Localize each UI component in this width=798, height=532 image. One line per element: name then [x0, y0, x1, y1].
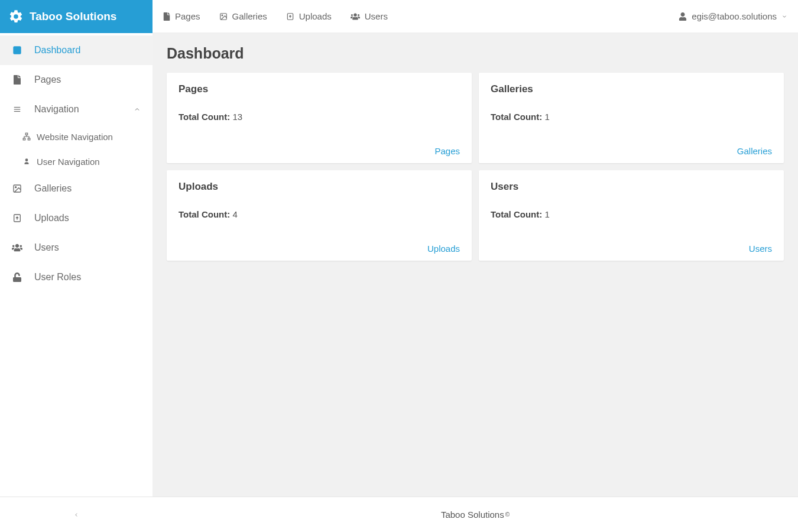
sidebar-subitem-label: Website Navigation	[37, 132, 113, 142]
file-icon	[12, 75, 22, 85]
count-value: 1	[544, 112, 549, 122]
sitemap-icon	[22, 132, 31, 141]
topnav-item-label: Users	[365, 11, 388, 21]
sidebar-item-label: Galleries	[34, 183, 72, 194]
count-value: 13	[232, 112, 242, 122]
card-title: Galleries	[491, 83, 772, 95]
gears-icon	[8, 9, 24, 24]
sidebar-item-label: Navigation	[34, 104, 79, 115]
cards-grid: Pages Total Count: 13 Pages Galleries To…	[167, 73, 784, 261]
sidebar-subitem-website-navigation[interactable]: Website Navigation	[22, 124, 153, 149]
image-icon	[219, 12, 228, 21]
count-label: Total Count:	[491, 112, 544, 122]
chevron-down-icon	[781, 14, 787, 20]
bars-icon	[12, 105, 22, 113]
content: Dashboard Pages Total Count: 13 Pages Ga…	[153, 33, 798, 532]
topnav-item-pages[interactable]: Pages	[163, 11, 200, 21]
user-email: egis@taboo.solutions	[692, 11, 777, 21]
sidebar-item-pages[interactable]: Pages	[0, 65, 153, 95]
count-label: Total Count:	[179, 112, 232, 122]
topnav-item-label: Galleries	[232, 11, 267, 21]
card-body: Total Count: 1	[491, 112, 772, 146]
footer-text: Taboo Solutions	[441, 510, 504, 520]
topnav-item-galleries[interactable]: Galleries	[219, 11, 267, 21]
sidebar: Taboo Solutions Dashboard Pages Navigati…	[0, 0, 153, 532]
topnav: Pages Galleries Uploads Users	[163, 11, 388, 21]
card-title: Pages	[179, 83, 460, 95]
card-uploads: Uploads Total Count: 4 Uploads	[167, 170, 472, 261]
svg-point-7	[25, 158, 28, 161]
sidebar-collapse-button[interactable]	[0, 497, 153, 532]
brand[interactable]: Taboo Solutions	[0, 0, 153, 33]
card-title: Users	[491, 181, 772, 193]
sidebar-subitem-user-navigation[interactable]: User Navigation	[22, 149, 153, 174]
card-users: Users Total Count: 1 Users	[479, 170, 784, 261]
brand-name: Taboo Solutions	[30, 10, 116, 23]
sidebar-item-label: Users	[34, 242, 59, 253]
card-link-users[interactable]: Users	[749, 244, 772, 254]
topbar: Pages Galleries Uploads Users egis@taboo…	[153, 0, 798, 33]
svg-rect-4	[25, 133, 28, 135]
sidebar-item-label: Dashboard	[34, 45, 80, 56]
card-link-pages[interactable]: Pages	[434, 146, 460, 156]
topnav-item-label: Pages	[175, 11, 200, 21]
user-icon	[679, 12, 687, 21]
sidebar-item-uploads[interactable]: Uploads	[0, 203, 153, 233]
svg-rect-5	[23, 138, 25, 140]
card-title: Uploads	[179, 181, 460, 193]
svg-point-9	[15, 187, 17, 188]
sidebar-item-galleries[interactable]: Galleries	[0, 174, 153, 203]
count-label: Total Count:	[179, 209, 232, 219]
sidebar-item-label: Uploads	[34, 213, 69, 223]
chevron-up-icon	[134, 106, 141, 113]
footer-symbol: ©	[505, 511, 510, 518]
user-menu[interactable]: egis@taboo.solutions	[679, 11, 787, 21]
chevron-left-icon	[73, 511, 79, 519]
card-link-galleries[interactable]: Galleries	[737, 146, 772, 156]
sidebar-item-user-roles[interactable]: User Roles	[0, 262, 153, 292]
svg-point-12	[222, 15, 223, 16]
upload-icon	[12, 213, 22, 223]
topnav-item-uploads[interactable]: Uploads	[286, 11, 332, 21]
sidebar-nav: Dashboard Pages Navigation	[0, 33, 153, 292]
dashboard-icon	[12, 46, 22, 55]
main: Pages Galleries Uploads Users egis@taboo…	[153, 0, 798, 532]
image-icon	[12, 184, 22, 193]
card-body: Total Count: 1	[491, 209, 772, 244]
topnav-item-users[interactable]: Users	[351, 11, 388, 21]
sidebar-subitem-label: User Navigation	[37, 157, 100, 167]
sidebar-item-navigation[interactable]: Navigation	[0, 95, 153, 124]
card-link-uploads[interactable]: Uploads	[427, 244, 460, 254]
count-value: 1	[544, 209, 549, 219]
users-icon	[351, 12, 360, 21]
sidebar-subnav-navigation: Website Navigation User Navigation	[0, 124, 153, 174]
topnav-item-label: Uploads	[299, 11, 332, 21]
page-title: Dashboard	[167, 45, 784, 62]
svg-rect-6	[28, 138, 30, 140]
card-pages: Pages Total Count: 13 Pages	[167, 73, 472, 163]
count-value: 4	[232, 209, 237, 219]
card-body: Total Count: 4	[179, 209, 460, 244]
sidebar-item-users[interactable]: Users	[0, 233, 153, 262]
users-icon	[12, 243, 22, 252]
upload-icon	[286, 12, 294, 21]
sidebar-item-label: User Roles	[34, 272, 81, 283]
user-pin-icon	[22, 157, 31, 166]
sidebar-item-label: Pages	[34, 74, 61, 85]
count-label: Total Count:	[491, 209, 544, 219]
unlock-icon	[12, 273, 22, 282]
footer: Taboo Solutions ©	[153, 497, 798, 532]
sidebar-item-dashboard[interactable]: Dashboard	[0, 35, 153, 65]
file-icon	[163, 12, 170, 21]
card-galleries: Galleries Total Count: 1 Galleries	[479, 73, 784, 163]
card-body: Total Count: 13	[179, 112, 460, 146]
